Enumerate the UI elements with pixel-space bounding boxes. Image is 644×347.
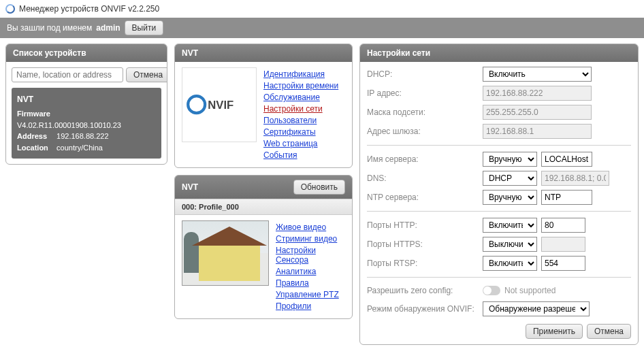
zeroconfig-toggle	[483, 286, 500, 295]
ntp-label: NTP сервера:	[367, 193, 483, 202]
svg-point-0	[188, 96, 205, 113]
profile-panel: NVT Обновить 000: Profile_000 Живое виде…	[174, 175, 353, 319]
nvt-link-2[interactable]: Обслуживание	[263, 93, 345, 102]
firmware-label: Firmware	[17, 108, 54, 120]
address-value: 192.168.88.222	[57, 132, 108, 140]
address-label: Address	[17, 131, 54, 142]
https-mode-select[interactable]: Выключить	[483, 237, 537, 252]
discovery-label: Режим обнаружения ONVIF:	[367, 304, 483, 314]
username: admin	[96, 23, 120, 33]
profile-panel-title: NVT	[182, 182, 198, 192]
device-list-title: Список устройств	[13, 48, 86, 58]
dns-label: DNS:	[367, 174, 483, 183]
refresh-button[interactable]: Обновить	[293, 180, 345, 195]
onvif-logo: NVIF	[182, 67, 257, 142]
hostname-label: Имя сервера:	[367, 154, 483, 164]
https-port-input	[541, 237, 585, 252]
top-bar: Вы зашли под именем admin Выйти	[0, 18, 644, 38]
nvt-link-0[interactable]: Идентификация	[263, 69, 345, 79]
rtsp-label: Порты RTSP:	[367, 259, 483, 268]
dns-input	[541, 171, 609, 186]
zeroconfig-status: Not supported	[504, 286, 556, 295]
dhcp-label: DHCP:	[367, 69, 483, 79]
nvt-panel: NVT NVIF ИдентификацияНастройки времениО…	[174, 44, 353, 168]
ip-input	[483, 86, 592, 101]
nvt-link-7[interactable]: События	[263, 150, 345, 160]
device-card-title: NVT	[17, 93, 156, 105]
device-list-panel: Список устройств Отмена NVT Firmware V4.…	[5, 44, 167, 165]
hostname-input[interactable]	[541, 152, 592, 167]
nvt-header: NVT	[175, 44, 352, 62]
profile-link-4[interactable]: Правила	[276, 278, 345, 288]
location-value: country/China	[57, 144, 103, 152]
nvt-link-3[interactable]: Настройки сети	[263, 104, 345, 114]
mask-input	[483, 105, 592, 120]
profile-link-6[interactable]: Профили	[276, 301, 345, 311]
profile-link-5[interactable]: Управление PTZ	[276, 290, 345, 299]
nvt-links: ИдентификацияНастройки времениОбслуживан…	[263, 67, 345, 162]
svg-text:NVIF: NVIF	[208, 99, 234, 112]
profile-link-0[interactable]: Живое видео	[276, 222, 345, 232]
dhcp-select[interactable]: Включить	[483, 67, 592, 82]
http-mode-select[interactable]: Включить	[483, 218, 537, 233]
apply-button[interactable]: Применить	[526, 324, 583, 339]
profile-link-1[interactable]: Стриминг видео	[276, 234, 345, 244]
nvt-link-4[interactable]: Пользователи	[263, 116, 345, 125]
network-settings-title: Настройки сети	[367, 48, 430, 58]
profile-link-2[interactable]: Настройки Сенсора	[276, 246, 345, 265]
firmware-value: V4.02.R11.00001908.10010.23	[17, 121, 121, 129]
profile-panel-header: NVT Обновить	[175, 176, 352, 199]
gw-label: Адрес шлюза:	[367, 127, 483, 136]
rtsp-mode-select[interactable]: Включить	[483, 256, 537, 271]
nvt-link-1[interactable]: Настройки времени	[263, 81, 345, 90]
window-titlebar: Менеджер устройств ONVIF v2.2.250	[0, 0, 644, 18]
nvt-link-6[interactable]: Web страница	[263, 139, 345, 148]
device-list-header: Список устройств	[6, 44, 167, 62]
http-label: Порты HTTP:	[367, 220, 483, 230]
hostname-mode-select[interactable]: Вручную	[483, 152, 537, 167]
location-label: Location	[17, 142, 54, 154]
zeroconfig-label: Разрешить zero config:	[367, 286, 483, 295]
mask-label: Маска подсети:	[367, 108, 483, 117]
nvt-link-5[interactable]: Сертификаты	[263, 127, 345, 137]
ntp-mode-select[interactable]: Вручную	[483, 190, 537, 205]
profile-link-3[interactable]: Аналитика	[276, 267, 345, 276]
cancel-button[interactable]: Отмена	[587, 324, 631, 339]
device-search-input[interactable]	[12, 67, 123, 82]
network-settings-header: Настройки сети	[360, 44, 638, 62]
http-port-input[interactable]	[541, 218, 585, 233]
gw-input	[483, 124, 592, 139]
device-card[interactable]: NVT Firmware V4.02.R11.00001908.10010.23…	[12, 88, 161, 159]
https-label: Порты HTTPS:	[367, 239, 483, 249]
app-icon	[5, 4, 15, 14]
discovery-select[interactable]: Обнаружение разрешено	[483, 301, 590, 316]
video-thumbnail[interactable]	[182, 220, 269, 286]
dns-mode-select[interactable]: DHCP	[483, 171, 537, 186]
window-title: Менеджер устройств ONVIF v2.2.250	[19, 4, 159, 14]
logged-in-label: Вы зашли под именем	[7, 23, 92, 33]
profile-links: Живое видеоСтриминг видеоНастройки Сенсо…	[276, 220, 345, 313]
nvt-title: NVT	[182, 48, 198, 58]
ntp-input[interactable]	[541, 190, 592, 205]
ip-label: IP адрес:	[367, 88, 483, 98]
logout-button[interactable]: Выйти	[125, 20, 164, 35]
rtsp-port-input[interactable]	[541, 256, 585, 271]
profile-name-header[interactable]: 000: Profile_000	[175, 199, 352, 215]
search-cancel-button[interactable]: Отмена	[126, 67, 167, 82]
network-settings-panel: Настройки сети DHCP: Включить IP адрес: …	[359, 44, 639, 345]
